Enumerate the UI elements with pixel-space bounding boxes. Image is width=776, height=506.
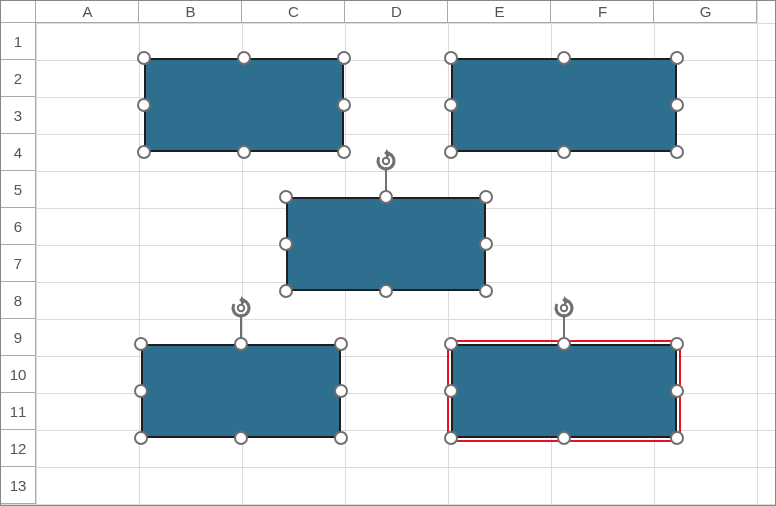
col-header-label: B: [185, 3, 195, 20]
resize-handle-w[interactable]: [279, 237, 293, 251]
col-header-label: D: [391, 3, 402, 20]
rotation-handle-icon[interactable]: [374, 149, 398, 173]
resize-handle-ne[interactable]: [670, 337, 684, 351]
resize-handle-e[interactable]: [479, 237, 493, 251]
row-header-2[interactable]: 2: [1, 60, 36, 97]
resize-handle-ne[interactable]: [670, 51, 684, 65]
resize-handle-n[interactable]: [557, 51, 571, 65]
resize-handle-w[interactable]: [137, 98, 151, 112]
svg-point-0: [383, 158, 389, 164]
svg-point-2: [561, 305, 567, 311]
shape-fill[interactable]: [451, 58, 677, 152]
col-header-label: G: [700, 3, 712, 20]
resize-handle-se[interactable]: [479, 284, 493, 298]
grid-hline: [1, 467, 775, 468]
col-header-label: E: [494, 3, 504, 20]
shape-rectangle-1[interactable]: [144, 58, 344, 152]
row-header-label: 9: [14, 329, 22, 346]
row-header-label: 6: [14, 218, 22, 235]
resize-handle-se[interactable]: [337, 145, 351, 159]
resize-handle-sw[interactable]: [444, 431, 458, 445]
resize-handle-sw[interactable]: [444, 145, 458, 159]
resize-handle-se[interactable]: [334, 431, 348, 445]
spreadsheet-canvas: ABCDEFG12345678910111213: [0, 0, 776, 506]
resize-handle-w[interactable]: [444, 384, 458, 398]
shape-rectangle-4[interactable]: [141, 344, 341, 438]
shape-fill[interactable]: [141, 344, 341, 438]
shape-rectangle-3[interactable]: [286, 197, 486, 291]
row-header-8[interactable]: 8: [1, 282, 36, 319]
resize-handle-e[interactable]: [670, 384, 684, 398]
col-header-A[interactable]: A: [36, 1, 139, 23]
shape-rectangle-2[interactable]: [451, 58, 677, 152]
resize-handle-nw[interactable]: [444, 337, 458, 351]
resize-handle-e[interactable]: [334, 384, 348, 398]
row-header-label: 4: [14, 144, 22, 161]
shape-fill[interactable]: [144, 58, 344, 152]
resize-handle-ne[interactable]: [479, 190, 493, 204]
row-header-label: 1: [14, 33, 22, 50]
grid-hline: [1, 504, 775, 505]
row-header-10[interactable]: 10: [1, 356, 36, 393]
row-header-6[interactable]: 6: [1, 208, 36, 245]
resize-handle-e[interactable]: [670, 98, 684, 112]
resize-handle-n[interactable]: [557, 337, 571, 351]
resize-handle-s[interactable]: [557, 431, 571, 445]
resize-handle-ne[interactable]: [334, 337, 348, 351]
resize-handle-se[interactable]: [670, 431, 684, 445]
resize-handle-s[interactable]: [379, 284, 393, 298]
resize-handle-nw[interactable]: [134, 337, 148, 351]
row-header-label: 5: [14, 181, 22, 198]
resize-handle-sw[interactable]: [137, 145, 151, 159]
resize-handle-sw[interactable]: [134, 431, 148, 445]
row-header-1[interactable]: 1: [1, 23, 36, 60]
col-header-label: F: [598, 3, 607, 20]
col-header-label: A: [82, 3, 92, 20]
col-header-label: C: [288, 3, 299, 20]
col-header-E[interactable]: E: [448, 1, 551, 23]
resize-handle-nw[interactable]: [444, 51, 458, 65]
col-header-D[interactable]: D: [345, 1, 448, 23]
resize-handle-n[interactable]: [237, 51, 251, 65]
row-header-7[interactable]: 7: [1, 245, 36, 282]
row-header-9[interactable]: 9: [1, 319, 36, 356]
row-header-13[interactable]: 13: [1, 467, 36, 504]
row-header-5[interactable]: 5: [1, 171, 36, 208]
row-header-11[interactable]: 11: [1, 393, 36, 430]
resize-handle-w[interactable]: [134, 384, 148, 398]
row-header-label: 12: [10, 440, 27, 457]
shape-fill[interactable]: [286, 197, 486, 291]
resize-handle-n[interactable]: [234, 337, 248, 351]
col-header-B[interactable]: B: [139, 1, 242, 23]
resize-handle-nw[interactable]: [137, 51, 151, 65]
row-header-label: 8: [14, 292, 22, 309]
col-header-F[interactable]: F: [551, 1, 654, 23]
resize-handle-se[interactable]: [670, 145, 684, 159]
rotation-handle-icon[interactable]: [229, 296, 253, 320]
row-header-label: 11: [10, 403, 27, 420]
resize-handle-s[interactable]: [234, 431, 248, 445]
resize-handle-n[interactable]: [379, 190, 393, 204]
col-header-G[interactable]: G: [654, 1, 757, 23]
col-header-C[interactable]: C: [242, 1, 345, 23]
shape-fill[interactable]: [451, 344, 677, 438]
resize-handle-s[interactable]: [237, 145, 251, 159]
row-header-label: 3: [14, 107, 22, 124]
resize-handle-w[interactable]: [444, 98, 458, 112]
resize-handle-ne[interactable]: [337, 51, 351, 65]
grid-hline: [1, 319, 775, 320]
row-header-label: 13: [10, 477, 27, 494]
row-header-label: 10: [10, 366, 27, 383]
shape-rectangle-5[interactable]: [451, 344, 677, 438]
row-header-12[interactable]: 12: [1, 430, 36, 467]
row-header-label: 7: [14, 255, 22, 272]
resize-handle-s[interactable]: [557, 145, 571, 159]
resize-handle-nw[interactable]: [279, 190, 293, 204]
svg-point-1: [238, 305, 244, 311]
resize-handle-e[interactable]: [337, 98, 351, 112]
grid-corner[interactable]: [1, 1, 36, 23]
rotation-handle-icon[interactable]: [552, 296, 576, 320]
resize-handle-sw[interactable]: [279, 284, 293, 298]
row-header-3[interactable]: 3: [1, 97, 36, 134]
row-header-4[interactable]: 4: [1, 134, 36, 171]
